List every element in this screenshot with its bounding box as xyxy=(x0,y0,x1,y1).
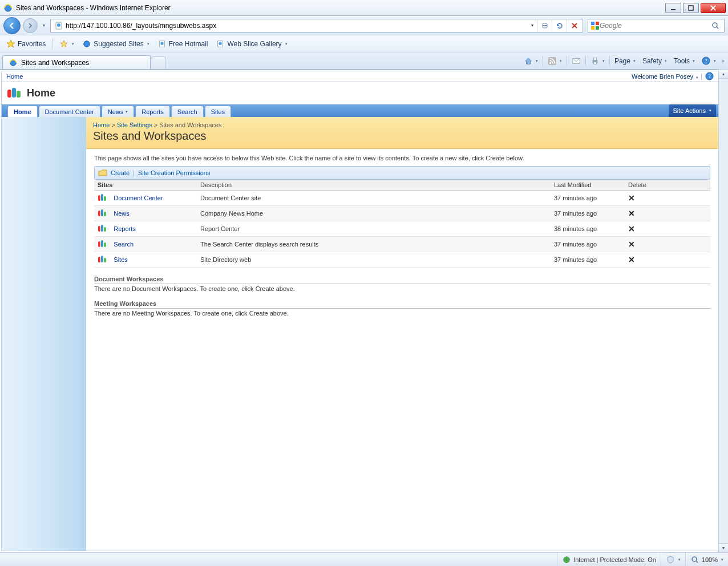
address-toolbar: ▾ ▾ xyxy=(0,16,728,35)
delete-button[interactable]: ✕ xyxy=(628,224,635,233)
add-favorite-button[interactable]: ▾ xyxy=(56,38,78,50)
stop-button[interactable] xyxy=(567,19,581,32)
tools-menu[interactable]: Tools▾ xyxy=(670,55,698,67)
site-link[interactable]: Search xyxy=(114,241,134,248)
safety-menu[interactable]: Safety▾ xyxy=(639,55,670,67)
crumb-site-settings[interactable]: Site Settings xyxy=(117,122,152,128)
nav-history-dropdown[interactable]: ▾ xyxy=(40,20,48,31)
home-button[interactable]: ▾ xyxy=(520,54,541,68)
separator xyxy=(52,38,53,50)
svg-rect-33 xyxy=(7,90,11,98)
page-toolbar: Create | Site Creation Permissions xyxy=(94,166,710,180)
ie-icon xyxy=(3,3,13,13)
back-button[interactable] xyxy=(3,17,21,34)
help-icon: ? xyxy=(702,56,711,66)
delete-button[interactable]: ✕ xyxy=(628,209,635,218)
site-link[interactable]: News xyxy=(114,210,130,217)
crumb-home[interactable]: Home xyxy=(93,122,110,128)
table-row: ReportsReport Center38 minutes ago✕ xyxy=(94,221,710,237)
page-menu[interactable]: Page▾ xyxy=(611,55,639,67)
site-description: The Search Center displays search result… xyxy=(197,237,551,252)
page-menu-label: Page xyxy=(614,57,630,65)
window-titlebar: Sites and Workspaces - Windows Internet … xyxy=(0,0,728,16)
delete-button[interactable]: ✕ xyxy=(628,193,635,203)
refresh-button[interactable] xyxy=(552,19,567,32)
compat-view-button[interactable] xyxy=(537,19,552,32)
svg-point-15 xyxy=(713,23,717,27)
site-logo-icon xyxy=(6,86,22,100)
create-link[interactable]: Create xyxy=(111,169,130,176)
site-creation-permissions-link[interactable]: Site Creation Permissions xyxy=(138,169,211,176)
web-slice-link[interactable]: Web Slice Gallery ▾ xyxy=(212,38,290,50)
scroll-up-button[interactable]: ▴ xyxy=(718,69,728,79)
chevron-down-icon: ▾ xyxy=(536,59,538,63)
svg-rect-41 xyxy=(104,212,106,216)
favorites-bar: Favorites ▾ Suggested Sites ▾ Free Hotma… xyxy=(0,35,728,52)
global-home-link[interactable]: Home xyxy=(6,73,23,80)
forward-button[interactable] xyxy=(23,18,38,33)
site-icon xyxy=(98,239,107,248)
new-tab-button[interactable] xyxy=(152,56,165,69)
site-link[interactable]: Reports xyxy=(114,225,136,232)
tab-reports[interactable]: Reports xyxy=(135,106,170,117)
tools-menu-label: Tools xyxy=(674,57,690,65)
help-button[interactable]: ?▾ xyxy=(698,54,719,68)
chevron-down-icon: ▾ xyxy=(678,557,681,562)
tab-search[interactable]: Search xyxy=(171,106,204,117)
maximize-button[interactable] xyxy=(683,3,699,13)
welcome-user[interactable]: Welcome Brien Posey ▾ xyxy=(632,73,698,80)
svg-rect-47 xyxy=(104,242,106,247)
site-actions-menu[interactable]: Site Actions ▾ xyxy=(669,104,716,117)
minimize-button[interactable] xyxy=(665,3,681,13)
print-button[interactable]: ▾ xyxy=(587,54,608,68)
site-link[interactable]: Sites xyxy=(114,256,127,263)
security-zone[interactable]: Internet | Protected Mode: On xyxy=(557,553,661,566)
delete-button[interactable]: ✕ xyxy=(628,255,635,264)
address-dropdown[interactable]: ▾ xyxy=(528,23,537,28)
search-go-button[interactable] xyxy=(709,22,722,30)
delete-button[interactable]: ✕ xyxy=(628,240,635,249)
tab-sites[interactable]: Sites xyxy=(205,106,231,117)
feeds-button[interactable]: ▾ xyxy=(544,54,565,68)
zoom-control[interactable]: 100% ▾ xyxy=(685,553,728,566)
content: This page shows all the sites you have a… xyxy=(86,149,718,322)
svg-rect-40 xyxy=(101,209,103,216)
page-title: Sites and Workspaces xyxy=(93,130,711,143)
site-title-bar: Home xyxy=(2,82,718,104)
browser-search-input[interactable] xyxy=(600,22,709,30)
favorites-button[interactable]: Favorites xyxy=(2,37,50,51)
tab-home[interactable]: Home xyxy=(7,106,38,117)
free-hotmail-link[interactable]: Free Hotmail xyxy=(154,38,212,50)
tab-news[interactable]: News▾ xyxy=(102,106,135,117)
suggested-sites-link[interactable]: Suggested Sites ▾ xyxy=(79,38,152,50)
chevron-down-icon: ▾ xyxy=(285,42,288,46)
expand-button[interactable]: » xyxy=(719,56,726,66)
magnifier-icon xyxy=(690,555,699,564)
status-bar: Internet | Protected Mode: On ▾ 100% ▾ xyxy=(0,552,728,566)
browser-tab[interactable]: Sites and Workspaces xyxy=(2,55,151,69)
read-mail-button[interactable] xyxy=(568,54,584,68)
site-description: Company News Home xyxy=(197,206,551,221)
col-last-modified: Last Modified xyxy=(551,180,625,191)
browser-search-box xyxy=(588,19,725,33)
help-icon[interactable]: ? xyxy=(705,72,714,81)
site-icon xyxy=(98,208,107,217)
site-link[interactable]: Document Center xyxy=(114,195,163,201)
chevron-down-icon: ▾ xyxy=(602,59,605,63)
site-title: Home xyxy=(27,87,55,99)
top-nav: Home Document Center News▾ Reports Searc… xyxy=(2,104,718,117)
scroll-down-button[interactable]: ▾ xyxy=(718,543,728,553)
close-button[interactable] xyxy=(701,3,726,13)
svg-rect-44 xyxy=(104,227,106,232)
vertical-scrollbar[interactable]: ▴ ▾ xyxy=(718,70,728,552)
url-input[interactable] xyxy=(66,22,528,30)
create-icon xyxy=(98,168,107,177)
protected-mode-indicator[interactable]: ▾ xyxy=(661,553,685,566)
table-row: Document CenterDocument Center site37 mi… xyxy=(94,191,710,206)
tab-document-center[interactable]: Document Center xyxy=(39,106,100,117)
svg-point-6 xyxy=(57,23,60,27)
google-icon xyxy=(591,21,600,30)
chevron-down-icon: ▾ xyxy=(147,42,149,46)
svg-line-16 xyxy=(717,27,718,29)
svg-rect-46 xyxy=(101,240,103,247)
